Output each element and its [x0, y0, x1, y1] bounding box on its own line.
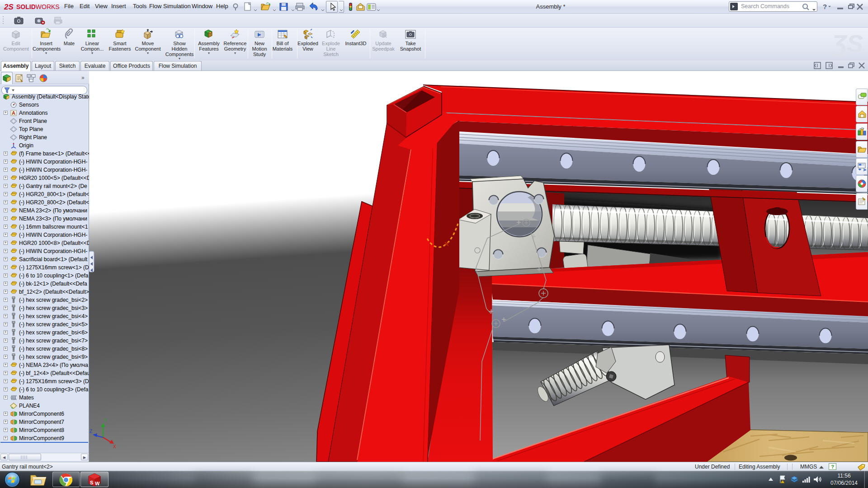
svg-text:X: X — [113, 444, 116, 449]
svg-text:S: S — [90, 480, 93, 485]
svg-text:ƷS: ƷS — [831, 30, 863, 57]
svg-text:!: ! — [782, 480, 783, 483]
svg-text:Y: Y — [104, 418, 107, 423]
svg-text:SOLIDWORKS: SOLIDWORKS — [16, 3, 60, 10]
svg-text:W: W — [95, 481, 100, 486]
svg-text:A: A — [12, 110, 15, 116]
svg-text:?: ? — [823, 3, 827, 10]
svg-text:Z: Z — [90, 429, 92, 434]
svg-text:2S: 2S — [4, 3, 14, 11]
